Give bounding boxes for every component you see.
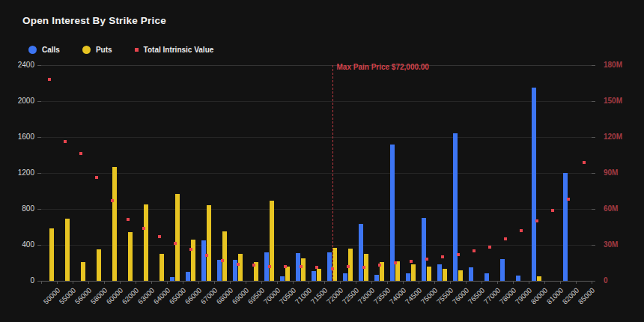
calls-bar-74000[interactable]: [390, 145, 395, 281]
x-axis-tick: [88, 281, 89, 284]
intrinsic-dot-75500[interactable]: [441, 255, 444, 258]
intrinsic-dot-71500[interactable]: [315, 266, 318, 269]
calls-bar-71500[interactable]: [312, 271, 316, 281]
intrinsic-dot-65000[interactable]: [174, 242, 177, 245]
intrinsic-dot-73500[interactable]: [378, 264, 381, 267]
x-axis-label-73500: 73500: [372, 286, 392, 306]
intrinsic-dot-64000[interactable]: [158, 235, 161, 238]
puts-bar-72000[interactable]: [332, 248, 337, 281]
x-axis-tick: [167, 281, 168, 284]
puts-bar-70500[interactable]: [285, 267, 290, 281]
puts-bar-56000[interactable]: [81, 262, 85, 281]
calls-bar-80000[interactable]: [532, 88, 536, 281]
intrinsic-dot-74000[interactable]: [394, 261, 397, 264]
y-axis-left-tick: [37, 173, 41, 174]
y-axis-right-label: 30M: [604, 240, 618, 249]
intrinsic-dot-66000[interactable]: [189, 248, 192, 251]
puts-bar-55000[interactable]: [65, 219, 70, 281]
calls-bar-67000[interactable]: [201, 240, 206, 281]
y-axis-right-label: 150M: [604, 97, 622, 105]
puts-bar-70000[interactable]: [270, 201, 274, 281]
puts-bar-71500[interactable]: [317, 269, 321, 281]
calls-bar-70500[interactable]: [280, 276, 285, 281]
intrinsic-dot-79000[interactable]: [520, 229, 523, 232]
calls-bar-75000[interactable]: [422, 218, 426, 281]
intrinsic-dot-50000[interactable]: [48, 78, 51, 81]
intrinsic-dot-69000[interactable]: [237, 263, 240, 266]
intrinsic-dot-68000[interactable]: [221, 259, 224, 262]
puts-bar-58000[interactable]: [97, 249, 101, 281]
max-pain-line: [332, 65, 333, 281]
puts-bar-71000[interactable]: [301, 258, 306, 281]
intrinsic-dot-72500[interactable]: [347, 265, 350, 268]
puts-bar-63000[interactable]: [144, 204, 148, 281]
puts-bar-50000[interactable]: [49, 228, 54, 281]
intrinsic-dot-72000[interactable]: [331, 267, 334, 270]
calls-bar-66000[interactable]: [186, 272, 190, 281]
intrinsic-dot-56000[interactable]: [79, 152, 82, 155]
gridline: [41, 245, 592, 246]
intrinsic-dot-73000[interactable]: [362, 266, 365, 269]
intrinsic-dot-80000[interactable]: [535, 219, 538, 222]
x-axis-tick: [293, 281, 294, 284]
puts-bar-76000[interactable]: [458, 270, 463, 281]
calls-bar-77000[interactable]: [484, 273, 489, 281]
calls-bar-75500[interactable]: [437, 264, 442, 281]
puts-bar-69000[interactable]: [238, 254, 243, 281]
calls-bar-68000[interactable]: [217, 260, 222, 281]
intrinsic-dot-85000[interactable]: [583, 161, 586, 164]
puts-bar-64000[interactable]: [160, 254, 164, 281]
intrinsic-dot-69500[interactable]: [252, 264, 255, 267]
intrinsic-dot-76500[interactable]: [473, 249, 476, 252]
intrinsic-dot-58000[interactable]: [95, 176, 98, 179]
calls-bar-76000[interactable]: [453, 133, 458, 281]
intrinsic-dot-82000[interactable]: [567, 198, 570, 201]
x-axis-tick: [41, 281, 42, 284]
puts-bar-67000[interactable]: [207, 205, 211, 281]
y-axis-left-label: 2400: [9, 61, 34, 69]
puts-bar-60000[interactable]: [112, 167, 117, 281]
calls-bar-72500[interactable]: [343, 273, 347, 281]
intrinsic-dot-77000[interactable]: [488, 246, 491, 249]
intrinsic-dot-75000[interactable]: [425, 258, 428, 261]
puts-bar-75000[interactable]: [427, 267, 431, 281]
puts-bar-74500[interactable]: [411, 264, 416, 281]
intrinsic-dot-74500[interactable]: [410, 260, 413, 263]
intrinsic-dot-63000[interactable]: [142, 227, 145, 230]
puts-bar-75500[interactable]: [443, 269, 447, 281]
x-axis-tick: [277, 281, 278, 284]
puts-bar-66000[interactable]: [191, 240, 195, 281]
calls-bar-74500[interactable]: [406, 273, 410, 281]
y-axis-left-tick: [37, 101, 41, 102]
intrinsic-dot-71000[interactable]: [300, 265, 303, 268]
x-axis-label-71000: 71000: [294, 286, 313, 306]
intrinsic-dot-60000[interactable]: [111, 199, 114, 202]
intrinsic-dot-76000[interactable]: [457, 253, 460, 256]
intrinsic-dot-70500[interactable]: [284, 265, 287, 268]
x-axis-label-75000: 75000: [419, 286, 439, 306]
intrinsic-dot-81000[interactable]: [551, 209, 554, 212]
intrinsic-dot-70000[interactable]: [268, 265, 271, 268]
calls-bar-65000[interactable]: [170, 277, 174, 281]
max-pain-label: Max Pain Price $72,000.00: [337, 63, 429, 71]
x-axis-label-50000: 50000: [42, 286, 61, 306]
intrinsic-dot-62000[interactable]: [127, 218, 130, 221]
calls-bar-82000[interactable]: [563, 173, 568, 281]
puts-bar-68000[interactable]: [222, 231, 227, 281]
x-axis-tick: [198, 281, 199, 284]
calls-bar-73000[interactable]: [359, 224, 363, 281]
x-axis-label-72500: 72500: [341, 286, 360, 306]
intrinsic-dot-67000[interactable]: [205, 254, 208, 257]
calls-bar-73500[interactable]: [374, 275, 379, 281]
x-axis-label-67000: 67000: [199, 286, 219, 306]
calls-bar-78000[interactable]: [500, 259, 505, 281]
intrinsic-dot-55000[interactable]: [64, 140, 67, 143]
puts-bar-80000[interactable]: [537, 276, 541, 281]
puts-bar-65000[interactable]: [175, 194, 180, 281]
calls-bar-79000[interactable]: [516, 276, 520, 281]
calls-bar-76500[interactable]: [469, 267, 473, 281]
x-axis-tick: [261, 281, 262, 284]
intrinsic-dot-78000[interactable]: [504, 237, 507, 240]
puts-bar-62000[interactable]: [128, 232, 133, 281]
calls-bar-72000[interactable]: [327, 252, 332, 281]
